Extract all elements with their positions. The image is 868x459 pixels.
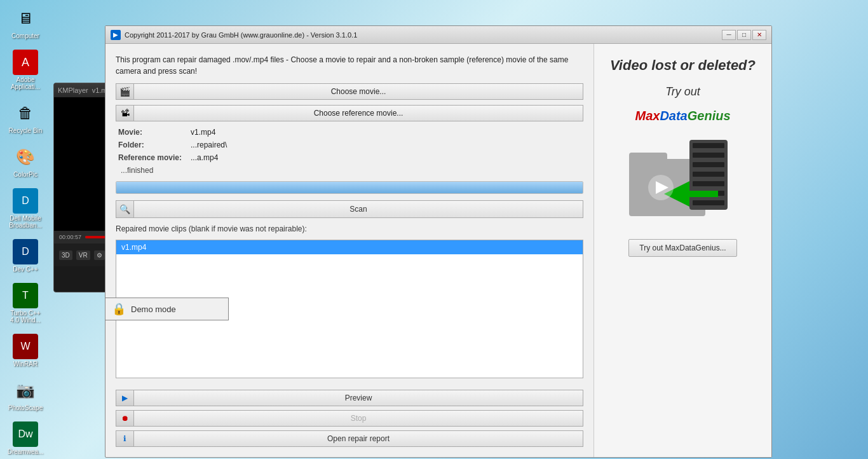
repaired-item[interactable]: v1.mp4 <box>116 240 583 254</box>
desktop-icon-photoscap[interactable]: 📷 PhotoScape <box>3 375 48 414</box>
choose-reference-btn[interactable]: 📽 Choose reference movie... <box>116 105 583 121</box>
preview-icon: ▶ <box>116 390 133 406</box>
time-current: 00:00:57 <box>59 234 81 240</box>
right-panel: Video lost or deleted? Try out MaxDataGe… <box>593 44 771 457</box>
recovery-graphic <box>626 134 740 229</box>
maximize-btn[interactable]: □ <box>737 30 751 40</box>
maxdata-red: Max <box>635 109 660 123</box>
try-maxdata-btn[interactable]: Try out MaxDataGenius... <box>628 239 736 257</box>
description-text: This program can repair damaged .mov/.mp… <box>116 54 583 77</box>
dell-label: Dell Mobile Broadban... <box>6 215 45 229</box>
repair-window: ▶ Copyright 2011-2017 by Grau GmbH (www.… <box>105 25 772 458</box>
film-hole-1 <box>693 143 724 148</box>
movie-label: Movie: <box>118 128 188 137</box>
film-hole-5 <box>693 181 724 186</box>
kmplayer-title-text: KMPlayer <box>58 86 88 94</box>
report-icon: ℹ <box>116 430 133 447</box>
desktop-icon-recycle[interactable]: 🗑 Recycle Bin <box>3 98 48 137</box>
desktop-icon-dell[interactable]: D Dell Mobile Broadban... <box>3 186 48 231</box>
dreamwea-label: Dreamwea... <box>8 448 44 455</box>
report-label[interactable]: Open repair report <box>133 430 583 447</box>
reference-info-row: Reference movie: ...a.mp4 <box>118 153 583 162</box>
folder-label: Folder: <box>118 140 188 149</box>
settings-btn[interactable]: ⚙ <box>94 250 105 260</box>
stop-icon: ⏺ <box>116 410 133 427</box>
recovery-svg <box>626 134 740 229</box>
maxdata-blue: Data <box>660 109 687 123</box>
desktop-icon-devcpp[interactable]: D Dev C++ <box>3 236 48 275</box>
choose-movie-icon: 🎬 <box>116 83 133 100</box>
desktop-icon-computer[interactable]: 🖥 Computer <box>3 3 48 42</box>
movie-value: v1.mp4 <box>191 128 215 137</box>
file-choosers: 🎬 Choose movie... 📽 Choose reference mov… <box>116 83 583 121</box>
left-panel: This program can repair damaged .mov/.mp… <box>105 44 593 457</box>
scan-button[interactable]: 🔍 Scan <box>116 200 583 218</box>
progress-section <box>116 181 583 194</box>
repair-title: Copyright 2011-2017 by Grau GmbH (www.gr… <box>125 31 718 39</box>
repair-window-icon: ▶ <box>111 30 121 40</box>
info-section: Movie: v1.mp4 Folder: ...repaired\ Refer… <box>116 128 583 175</box>
report-button[interactable]: ℹ Open repair report <box>116 430 583 447</box>
photoscap-icon: 📷 <box>13 378 38 403</box>
recycle-icon: 🗑 <box>13 100 38 126</box>
desktop-icon-winrar[interactable]: W WinRAR <box>3 331 48 370</box>
adobe-label: Adobe Applicati... <box>6 76 45 90</box>
movie-info-row: Movie: v1.mp4 <box>118 128 583 137</box>
demo-mode-banner: 🔒 Demo mode <box>105 298 229 320</box>
folder-tab <box>629 153 667 164</box>
desktop-icon-adobe[interactable]: A Adobe Applicati... <box>3 47 48 93</box>
turbocpp-icon: T <box>13 283 38 308</box>
three-d-btn[interactable]: 3D <box>59 250 72 260</box>
film-hole-7 <box>693 200 724 205</box>
winrar-icon: W <box>13 334 38 359</box>
demo-mode-label: Demo mode <box>131 305 176 314</box>
status-row: ...finished <box>118 166 583 175</box>
colorpic-label: ColorPic <box>13 171 37 178</box>
winrar-label: WinRAR <box>13 360 37 367</box>
choose-movie-btn[interactable]: 🎬 Choose movie... <box>116 83 583 100</box>
devcpp-label: Dev C++ <box>13 266 37 273</box>
lock-icon: 🔒 <box>112 302 126 316</box>
recycle-label: Recycle Bin <box>9 127 43 134</box>
preview-button[interactable]: ▶ Preview <box>116 390 583 406</box>
folder-info-row: Folder: ...repaired\ <box>118 140 583 149</box>
maxdata-green: Genius <box>688 109 731 123</box>
stop-button[interactable]: ⏺ Stop <box>116 410 583 427</box>
colorpic-icon: 🎨 <box>13 144 38 170</box>
reference-label: Reference movie: <box>118 153 188 162</box>
status-text: ...finished <box>118 166 153 175</box>
stop-label[interactable]: Stop <box>133 410 583 427</box>
devcpp-icon: D <box>13 239 38 264</box>
try-out-text: Try out <box>665 85 700 99</box>
computer-label: Computer <box>11 32 39 39</box>
turbocpp-label: Turbo C++ 4.0 Wind... <box>6 310 45 324</box>
scan-label[interactable]: Scan <box>133 200 583 218</box>
desktop: 🖥 Computer A Adobe Applicati... 🗑 Recycl… <box>0 0 868 459</box>
window-buttons: ─ □ ✕ <box>722 30 766 40</box>
minimize-btn[interactable]: ─ <box>722 30 736 40</box>
choose-reference-label[interactable]: Choose reference movie... <box>133 105 583 121</box>
scan-icon: 🔍 <box>116 200 133 218</box>
film-hole-3 <box>693 162 724 167</box>
close-btn[interactable]: ✕ <box>752 30 766 40</box>
progress-bar-fill <box>116 182 583 193</box>
choose-movie-label[interactable]: Choose movie... <box>133 83 583 100</box>
dreamwea-icon: Dw <box>13 421 38 447</box>
vr-btn[interactable]: VR <box>76 250 90 260</box>
choose-reference-icon: 📽 <box>116 105 133 121</box>
dell-icon: D <box>13 188 38 214</box>
repair-titlebar: ▶ Copyright 2011-2017 by Grau GmbH (www.… <box>105 26 771 44</box>
reference-value: ...a.mp4 <box>191 153 218 162</box>
desktop-icons: 🖥 Computer A Adobe Applicati... 🗑 Recycl… <box>0 0 51 459</box>
maxdata-logo: MaxDataGenius <box>635 109 730 123</box>
desktop-icon-dreamwea[interactable]: Dw Dreamwea... <box>3 419 48 458</box>
video-lost-title: Video lost or deleted? <box>610 57 756 75</box>
folder-value: ...repaired\ <box>191 140 227 149</box>
film-hole-2 <box>693 153 724 158</box>
desktop-icon-turbocpp[interactable]: T Turbo C++ 4.0 Wind... <box>3 280 48 326</box>
computer-icon: 🖥 <box>13 6 38 31</box>
preview-label[interactable]: Preview <box>133 390 583 406</box>
film-hole-4 <box>693 172 724 177</box>
desktop-icon-colorpic[interactable]: 🎨 ColorPic <box>3 142 48 181</box>
adobe-icon: A <box>13 50 38 75</box>
